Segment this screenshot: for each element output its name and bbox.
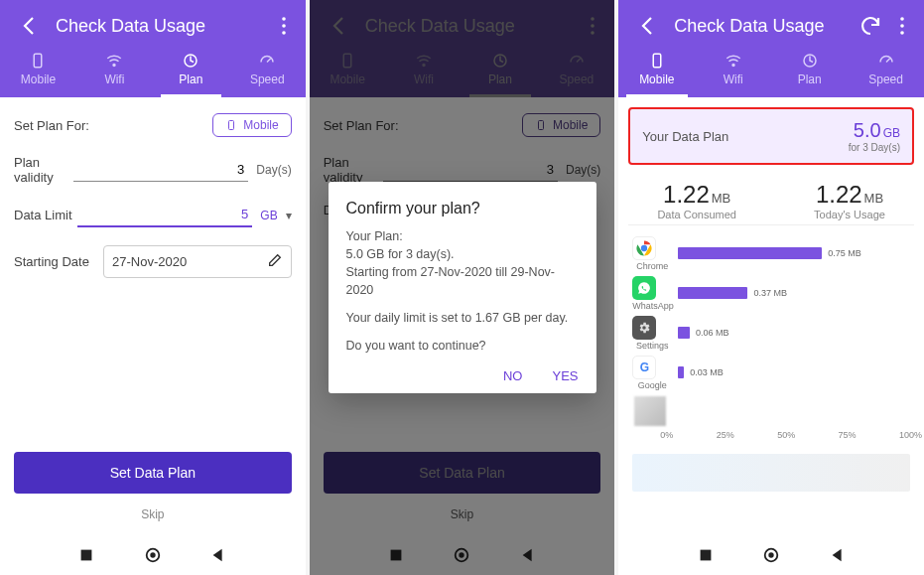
tab-mobile-label: Mobile: [21, 72, 56, 86]
usage-bar-label: 0.03 MB: [690, 367, 724, 377]
usage-bar-label: 0.06 MB: [696, 328, 729, 338]
plan-banner[interactable]: Your Data Plan 5.0GB for 3 Day(s): [628, 107, 914, 165]
blurred-app-row: [634, 396, 666, 426]
dialog-scrim[interactable]: Confirm your plan? Your Plan: 5.0 GB for…: [310, 0, 615, 575]
stat-consumed: 1.22MB Data Consumed: [657, 181, 736, 220]
app-header: Check Data Usage: [618, 0, 924, 40]
chrome-icon: Chrome: [632, 236, 672, 271]
confirm-dialog: Confirm your plan? Your Plan: 5.0 GB for…: [329, 182, 596, 394]
app-header: Check Data Usage: [0, 0, 306, 40]
svg-point-9: [150, 552, 155, 557]
usage-bar: 0.37 MB: [678, 287, 910, 299]
usage-bar-label: 0.75 MB: [828, 248, 861, 258]
app-usage-row[interactable]: WhatsApp0.37 MB: [632, 273, 910, 313]
tab-plan[interactable]: Plan: [153, 40, 229, 97]
svg-rect-23: [653, 54, 661, 68]
svg-point-4: [113, 64, 115, 66]
tab-bar: Mobile Wifi Plan Speed: [618, 40, 924, 97]
tab-plan-label: Plan: [179, 72, 202, 86]
refresh-icon[interactable]: [858, 14, 882, 38]
start-date-field[interactable]: 27-Nov-2020: [103, 245, 292, 278]
screen-confirm-dialog: Check Data Usage Mobile Wifi Plan Speed …: [310, 0, 615, 575]
start-date-label: Starting Date: [14, 254, 103, 269]
screen-usage-overview: Check Data Usage Mobile Wifi Plan Speed …: [618, 0, 924, 575]
dialog-confirm: Do you want to continue?: [346, 337, 579, 355]
dialog-daily: Your daily limit is set to 1.67 GB per d…: [346, 309, 579, 327]
svg-point-21: [900, 24, 904, 28]
svg-point-24: [732, 64, 734, 66]
dialog-yes-button[interactable]: YES: [552, 368, 578, 383]
nav-recent-icon[interactable]: [77, 546, 95, 564]
overflow-icon[interactable]: [272, 14, 296, 38]
google-icon: GGoogle: [632, 356, 672, 390]
limit-input[interactable]: [77, 203, 252, 227]
nav-home-icon[interactable]: [762, 546, 780, 564]
set-for-chip-label: Mobile: [243, 118, 278, 132]
dialog-no-button[interactable]: NO: [503, 368, 523, 383]
system-navbar: [618, 535, 924, 575]
svg-point-30: [768, 552, 773, 557]
svg-rect-7: [81, 550, 92, 561]
usage-bar: 0.06 MB: [678, 327, 910, 339]
nav-home-icon[interactable]: [144, 546, 162, 564]
app-usage-row[interactable]: Chrome0.75 MB: [632, 233, 910, 273]
validity-input[interactable]: [73, 158, 248, 182]
tab-speed[interactable]: Speed: [229, 40, 306, 97]
nav-back-icon[interactable]: [829, 546, 847, 564]
svg-point-22: [900, 31, 904, 35]
tab-wifi-label: Wifi: [104, 72, 124, 86]
back-icon[interactable]: [18, 14, 42, 38]
set-for-label: Set Plan For:: [14, 118, 103, 133]
usage-stats: 1.22MB Data Consumed 1.22MB Today's Usag…: [618, 175, 924, 224]
usage-bar-label: 0.37 MB: [753, 288, 787, 298]
plan-form: Set Plan For: Mobile Plan validity Day(s…: [0, 97, 306, 452]
unit-dropdown-icon[interactable]: ▾: [286, 209, 292, 222]
app-usage-row[interactable]: GGoogle0.03 MB: [632, 353, 910, 392]
tab-speed[interactable]: Speed: [848, 40, 924, 97]
plan-banner-sub: for 3 Day(s): [849, 142, 900, 153]
svg-point-0: [282, 17, 286, 21]
app-usage-list: Chrome0.75 MBWhatsApp0.37 MBSettings0.06…: [618, 225, 924, 394]
app-title: Check Data Usage: [674, 16, 851, 37]
ad-placeholder[interactable]: [632, 454, 910, 492]
svg-rect-28: [700, 550, 711, 561]
system-navbar: [0, 535, 306, 575]
stat-today: 1.22MB Today's Usage: [814, 181, 885, 220]
nav-back-icon[interactable]: [209, 546, 227, 564]
svg-point-20: [900, 17, 904, 21]
app-title: Check Data Usage: [56, 16, 264, 37]
mobile-icon: [225, 118, 237, 132]
svg-point-1: [282, 24, 286, 28]
skip-button[interactable]: Skip: [14, 494, 292, 535]
start-date-value: 27-Nov-2020: [112, 254, 187, 269]
plan-banner-value: 5.0: [854, 119, 881, 141]
usage-bar: 0.75 MB: [678, 247, 910, 259]
usage-axis: 0% 25% 50% 75% 100%: [618, 426, 924, 446]
tab-speed-label: Speed: [250, 72, 285, 86]
validity-label: Plan validity: [14, 155, 73, 185]
tab-wifi[interactable]: Wifi: [76, 40, 153, 97]
limit-label: Data Limit: [14, 208, 77, 222]
dialog-body: Your Plan: 5.0 GB for 3 day(s). Starting…: [346, 227, 579, 300]
dialog-title: Confirm your plan?: [346, 200, 579, 217]
whatsapp-icon: WhatsApp: [632, 276, 672, 311]
app-usage-row[interactable]: Settings0.06 MB: [632, 313, 910, 353]
tab-plan[interactable]: Plan: [771, 40, 848, 97]
tab-mobile[interactable]: Mobile: [0, 40, 76, 97]
tab-bar: Mobile Wifi Plan Speed: [0, 40, 306, 97]
usage-bar: 0.03 MB: [678, 366, 910, 378]
screen-plan-form: Check Data Usage Mobile Wifi Plan Speed …: [0, 0, 306, 575]
limit-unit: GB: [260, 209, 277, 222]
svg-point-27: [641, 244, 647, 250]
back-icon[interactable]: [636, 14, 660, 38]
form-footer: Set Data Plan Skip: [14, 452, 292, 535]
nav-recent-icon[interactable]: [697, 546, 715, 564]
svg-rect-6: [229, 121, 234, 130]
overflow-icon[interactable]: [890, 14, 914, 38]
edit-date-icon[interactable]: [267, 252, 283, 271]
set-for-chip[interactable]: Mobile: [212, 113, 291, 137]
plan-banner-label: Your Data Plan: [642, 129, 728, 144]
tab-mobile[interactable]: Mobile: [618, 40, 695, 97]
tab-wifi[interactable]: Wifi: [695, 40, 771, 97]
set-plan-button[interactable]: Set Data Plan: [14, 452, 292, 494]
